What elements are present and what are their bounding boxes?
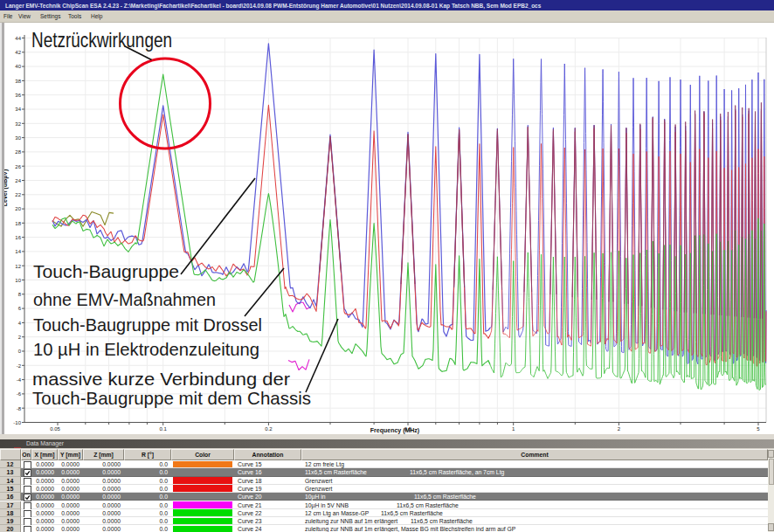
svg-text:26: 26 (15, 164, 21, 169)
svg-text:massive kurze Verbindung der: massive kurze Verbindung der (32, 369, 290, 389)
svg-text:38: 38 (15, 79, 21, 84)
svg-text:ohne EMV-Maßnahmen: ohne EMV-Maßnahmen (33, 289, 216, 309)
svg-text:-8: -8 (17, 406, 22, 411)
svg-text:2: 2 (18, 335, 22, 340)
svg-text:40: 40 (15, 64, 21, 69)
svg-text:42: 42 (15, 50, 21, 55)
svg-text:0: 0 (18, 349, 22, 354)
svg-text:10 µH in Elektrodenzuleitung: 10 µH in Elektrodenzuleitung (33, 339, 259, 359)
svg-text:30: 30 (15, 135, 21, 141)
svg-text:28: 28 (15, 149, 21, 155)
svg-text:-6: -6 (17, 391, 22, 397)
svg-text:0.1: 0.1 (160, 426, 168, 432)
svg-text:32: 32 (15, 121, 21, 127)
svg-text:-10: -10 (13, 420, 21, 425)
svg-text:Netzrückwirkungen: Netzrückwirkungen (31, 28, 172, 52)
svg-text:20: 20 (15, 206, 21, 211)
svg-text:18: 18 (15, 221, 21, 226)
svg-text:-2: -2 (17, 363, 22, 369)
svg-text:5: 5 (757, 426, 760, 432)
svg-text:4: 4 (18, 321, 22, 326)
svg-text:1: 1 (512, 426, 515, 432)
svg-text:10: 10 (15, 278, 21, 283)
svg-text:Frequency (MHz): Frequency (MHz) (370, 427, 419, 434)
svg-text:16: 16 (15, 235, 21, 240)
svg-text:22: 22 (15, 192, 21, 197)
svg-text:44: 44 (15, 36, 21, 41)
svg-text:-4: -4 (17, 377, 22, 383)
svg-text:0.2: 0.2 (265, 426, 273, 432)
svg-text:0.05: 0.05 (50, 426, 60, 432)
svg-text:Touch-Baugruppe mit Drossel: Touch-Baugruppe mit Drossel (33, 314, 262, 335)
svg-text:34: 34 (15, 107, 21, 112)
svg-text:Touch-Baugruppe mit dem Chassi: Touch-Baugruppe mit dem Chassis (32, 388, 311, 408)
svg-text:Touch-Baugruppe: Touch-Baugruppe (33, 261, 179, 281)
svg-text:2: 2 (618, 426, 621, 432)
svg-text:36: 36 (15, 93, 21, 98)
svg-text:8: 8 (18, 292, 22, 297)
svg-text:6: 6 (18, 306, 22, 311)
svg-text:24: 24 (15, 178, 21, 183)
svg-text:12: 12 (15, 264, 21, 269)
svg-text:14: 14 (15, 249, 21, 254)
